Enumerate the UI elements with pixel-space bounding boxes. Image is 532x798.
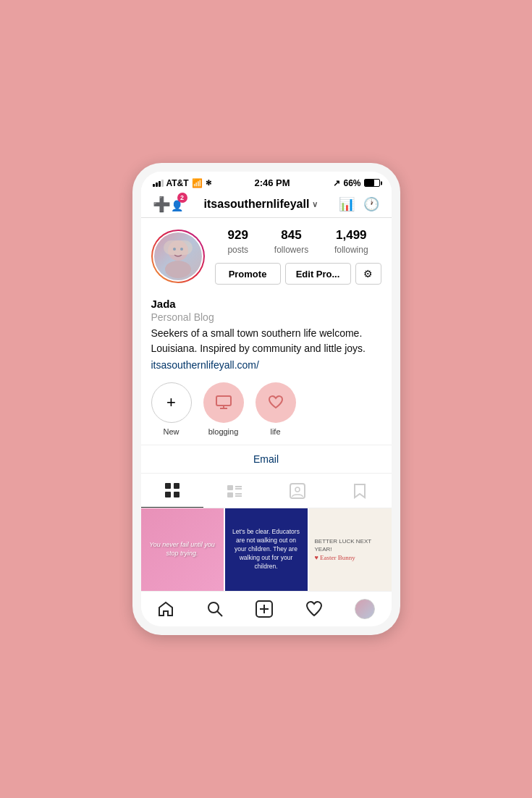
highlight-life-circle[interactable] [256, 382, 296, 423]
signal-bars-icon [153, 180, 164, 187]
username-label: itsasouthernlifeyall [204, 198, 310, 211]
followers-stat[interactable]: 845 followers [274, 228, 308, 256]
signal-bar-2 [156, 182, 158, 187]
svg-point-20 [208, 602, 219, 613]
heart-icon [266, 393, 285, 412]
profile-bio: Seekers of a small town southern life we… [151, 326, 381, 356]
highlight-new[interactable]: + New [151, 382, 192, 436]
highlight-blogging[interactable]: blogging [203, 382, 244, 436]
heart-nav-icon [305, 600, 323, 618]
photo-grid: You never fail until you stop trying. Le… [141, 508, 392, 591]
note-content: BETTER LUCK NEXT YEAR! ♥ Easter Bunny [309, 508, 392, 591]
edit-profile-button[interactable]: Edit Pro... [285, 263, 351, 285]
photo-text-1: You never fail until you stop trying. [145, 541, 219, 558]
stats-row: 929 posts 845 followers 1,499 following [215, 228, 381, 256]
location-icon: ↗ [333, 178, 340, 188]
svg-rect-9 [174, 483, 180, 489]
note-line3: ♥ Easter Bunny [315, 553, 355, 563]
profile-nav-avatar[interactable] [355, 599, 375, 619]
analytics-icon[interactable]: 📊 [339, 196, 355, 212]
svg-line-21 [217, 611, 222, 616]
highlight-new-circle[interactable]: + [151, 382, 192, 423]
svg-rect-11 [174, 492, 180, 497]
battery-icon [364, 179, 380, 187]
profile-category: Personal Blog [151, 311, 381, 323]
add-icon [256, 600, 273, 618]
photo-cell-2[interactable]: Let's be clear. Educators are not walkin… [225, 508, 308, 591]
status-bar: AT&T 📶 ✻ 2:46 PM ↗ 66% [141, 172, 392, 191]
tab-saved[interactable] [329, 474, 392, 508]
home-nav-button[interactable] [157, 600, 174, 618]
highlight-blogging-circle[interactable] [203, 382, 244, 423]
phone-frame: AT&T 📶 ✻ 2:46 PM ↗ 66% ➕👤 2 [132, 163, 400, 635]
photo-cell-3[interactable]: BETTER LUCK NEXT YEAR! ♥ Easter Bunny [309, 508, 392, 591]
bio-section: Jada Personal Blog Seekers of a small to… [141, 290, 392, 374]
tab-bar [141, 474, 392, 508]
add-person-button[interactable]: ➕👤 2 [153, 196, 183, 213]
profile-name: Jada [151, 298, 381, 310]
notification-badge: 2 [177, 193, 187, 203]
photo-cell-1[interactable]: You never fail until you stop trying. [141, 508, 224, 591]
followers-label: followers [274, 245, 308, 255]
add-nav-button[interactable] [256, 600, 273, 618]
heart-nav-button[interactable] [305, 600, 323, 618]
highlight-life-label: life [270, 427, 280, 436]
battery-fill [365, 180, 374, 186]
svg-point-1 [165, 261, 191, 278]
svg-rect-5 [216, 396, 231, 406]
tab-grid[interactable] [141, 474, 204, 508]
monitor-icon [214, 393, 233, 412]
profile-header: 929 posts 845 followers 1,499 following [151, 228, 381, 285]
grid-icon [164, 482, 180, 498]
highlight-new-label: New [163, 427, 179, 436]
note-line1: BETTER LUCK NEXT [315, 537, 372, 545]
highlight-blogging-label: blogging [208, 427, 239, 436]
person-tag-icon [290, 483, 305, 499]
email-button[interactable]: Email [253, 453, 279, 465]
search-icon [206, 600, 224, 618]
svg-rect-10 [165, 492, 171, 497]
history-icon[interactable]: 🕐 [363, 196, 379, 212]
promote-button[interactable]: Promote [215, 263, 281, 285]
battery-percent: 66% [343, 178, 360, 188]
avatar-inner [153, 231, 203, 282]
status-right: ↗ 66% [333, 178, 379, 188]
nav-username[interactable]: itsasouthernlifeyall ∨ [204, 198, 318, 211]
signal-bar-1 [153, 184, 155, 187]
highlights-section: + New blogging [141, 374, 392, 445]
photo-text-2: Let's be clear. Educators are not walkin… [229, 528, 303, 571]
svg-rect-15 [227, 492, 233, 497]
phone-screen: AT&T 📶 ✻ 2:46 PM ↗ 66% ➕👤 2 [141, 172, 392, 626]
svg-point-19 [295, 487, 300, 492]
search-nav-button[interactable] [206, 600, 224, 618]
following-label: following [334, 245, 368, 255]
svg-rect-12 [227, 485, 233, 490]
profile-nav-button[interactable] [355, 599, 375, 619]
list-icon [227, 483, 242, 499]
nav-bar: ➕👤 2 itsasouthernlifeyall ∨ 📊 🕐 [141, 191, 392, 218]
tab-tagged[interactable] [266, 474, 329, 508]
highlight-life[interactable]: life [256, 382, 296, 436]
signal-bar-4 [161, 180, 164, 187]
avatar-ring[interactable] [151, 230, 205, 283]
posts-label: posts [227, 245, 248, 255]
posts-count: 929 [227, 228, 248, 243]
plus-icon: + [166, 393, 176, 412]
settings-button[interactable]: ⚙ [355, 263, 381, 285]
posts-stat[interactable]: 929 posts [227, 228, 248, 256]
svg-rect-8 [165, 483, 171, 489]
action-buttons: Promote Edit Pro... ⚙ [215, 263, 381, 285]
avatar-image [156, 235, 200, 278]
settings-icon: ✻ [206, 179, 211, 187]
wifi-icon: 📶 [192, 178, 203, 188]
followers-count: 845 [274, 228, 308, 243]
dropdown-arrow-icon: ∨ [312, 200, 318, 209]
home-icon [157, 600, 174, 618]
tab-list[interactable] [203, 474, 266, 508]
profile-section: 929 posts 845 followers 1,499 following [141, 218, 392, 290]
signal-bar-3 [159, 181, 161, 187]
following-stat[interactable]: 1,499 following [334, 228, 368, 256]
nav-left: ➕👤 2 [153, 196, 183, 213]
bottom-nav [141, 591, 392, 626]
profile-link[interactable]: itsasouthernlifeyall.com/ [151, 359, 381, 371]
